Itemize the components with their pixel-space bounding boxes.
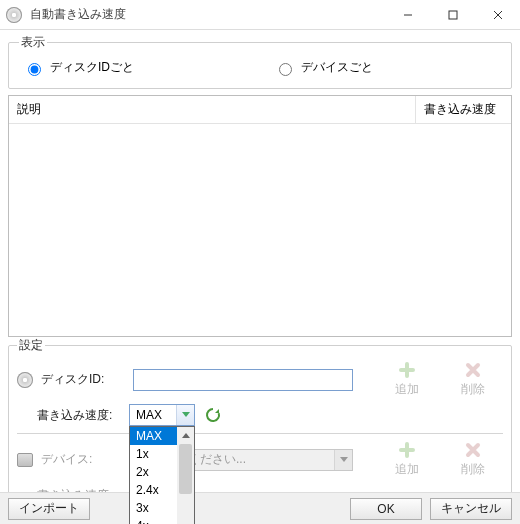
- svg-rect-1: [449, 11, 457, 19]
- write-speed-dropdown[interactable]: MAX1x2x2.4x3x4x5x: [129, 426, 195, 524]
- radio-by-disc-id[interactable]: ディスクIDごと: [23, 59, 134, 76]
- delete-button-1[interactable]: 削除: [443, 361, 503, 398]
- list-body: [9, 124, 511, 336]
- cancel-button[interactable]: キャンセル: [430, 498, 512, 520]
- scroll-thumb[interactable]: [179, 444, 192, 494]
- display-legend: 表示: [19, 34, 47, 51]
- device-row: デバイス: 選択してください... 追加 削除: [17, 438, 503, 481]
- col-description[interactable]: 説明: [9, 96, 416, 123]
- dialog-buttons: インポート OK キャンセル: [0, 492, 520, 524]
- dropdown-scrollbar[interactable]: [177, 427, 194, 524]
- refresh-icon[interactable]: [205, 407, 221, 423]
- scroll-up-icon[interactable]: [177, 427, 194, 444]
- settings-divider: [17, 433, 503, 434]
- add-label-1: 追加: [395, 381, 419, 398]
- radio-by-device-label: デバイスごと: [301, 59, 373, 76]
- drive-icon: [17, 453, 33, 467]
- chevron-down-icon: [334, 450, 352, 470]
- radio-by-device-input[interactable]: [279, 63, 292, 76]
- write-speed-row-1: 書き込み速度: MAX MAX1x2x2.4x3x4x5x: [17, 401, 503, 429]
- disc-id-label: ディスクID:: [41, 371, 127, 388]
- radio-by-disc-id-input[interactable]: [28, 63, 41, 76]
- delete-label-2: 削除: [461, 461, 485, 478]
- window-controls: [385, 0, 520, 29]
- col-write-speed[interactable]: 書き込み速度: [416, 96, 511, 123]
- delete-label-1: 削除: [461, 381, 485, 398]
- list-header: 説明 書き込み速度: [9, 96, 511, 124]
- write-speed-label-1: 書き込み速度:: [37, 407, 123, 424]
- add-label-2: 追加: [395, 461, 419, 478]
- radio-by-device[interactable]: デバイスごと: [274, 59, 373, 76]
- delete-button-2[interactable]: 削除: [443, 441, 503, 478]
- write-speed-value-1: MAX: [130, 408, 176, 422]
- ok-button[interactable]: OK: [350, 498, 422, 520]
- window-title: 自動書き込み速度: [30, 6, 126, 23]
- write-speed-combo-1[interactable]: MAX: [129, 404, 195, 426]
- close-button[interactable]: [475, 0, 520, 29]
- settings-legend: 設定: [17, 337, 45, 354]
- add-button-2[interactable]: 追加: [377, 441, 437, 478]
- radio-by-disc-id-label: ディスクIDごと: [50, 59, 134, 76]
- disc-id-row: ディスクID: 追加 削除: [17, 358, 503, 401]
- chevron-down-icon[interactable]: [176, 405, 194, 425]
- app-icon: [6, 7, 22, 23]
- speed-list[interactable]: 説明 書き込み速度: [8, 95, 512, 337]
- import-button[interactable]: インポート: [8, 498, 90, 520]
- disc-id-input[interactable]: [133, 369, 353, 391]
- add-button-1[interactable]: 追加: [377, 361, 437, 398]
- maximize-button[interactable]: [430, 0, 475, 29]
- title-bar: 自動書き込み速度: [0, 0, 520, 30]
- disc-icon: [17, 372, 33, 388]
- minimize-button[interactable]: [385, 0, 430, 29]
- device-label: デバイス:: [41, 451, 127, 468]
- display-group: 表示 ディスクIDごと デバイスごと: [8, 34, 512, 89]
- settings-group: 設定 ディスクID: 追加 削除 書き込み速度:: [8, 337, 512, 518]
